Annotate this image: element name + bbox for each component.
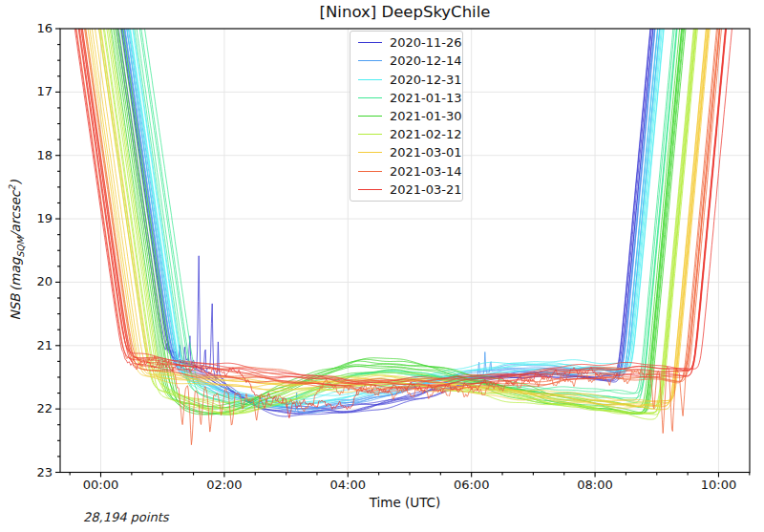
legend-item: 2020-12-31 bbox=[350, 71, 462, 89]
legend-line-swatch bbox=[358, 189, 382, 190]
legend-item-label: 2021-01-13 bbox=[390, 91, 462, 105]
legend-item-label: 2021-03-21 bbox=[390, 182, 462, 197]
y-axis-label-post: ) bbox=[8, 180, 23, 184]
x-tick-label: 06:00 bbox=[441, 478, 502, 492]
y-tick-label: 22 bbox=[22, 401, 53, 416]
x-tick-label: 02:00 bbox=[194, 478, 255, 492]
y-axis-label-mid: /arcsec bbox=[8, 191, 23, 237]
y-tick-label: 18 bbox=[22, 148, 53, 163]
legend-item-label: 2021-03-01 bbox=[390, 145, 462, 160]
legend-item: 2021-02-12 bbox=[350, 125, 462, 143]
x-tick-label: 04:00 bbox=[317, 478, 378, 492]
x-tick-label: 10:00 bbox=[688, 478, 749, 492]
legend-item-label: 2021-02-12 bbox=[390, 127, 462, 141]
y-tick-label: 23 bbox=[22, 465, 53, 480]
legend-item-label: 2020-11-26 bbox=[390, 35, 462, 50]
points-count-annotation: 28,194 points bbox=[83, 510, 169, 524]
legend-line-swatch bbox=[358, 79, 382, 80]
legend-item-label: 2020-12-14 bbox=[390, 53, 462, 68]
legend-item-label: 2021-01-30 bbox=[390, 109, 462, 123]
legend-line-swatch bbox=[358, 116, 382, 117]
legend-item: 2021-03-01 bbox=[350, 143, 462, 161]
y-tick-label: 19 bbox=[22, 211, 53, 226]
legend-item: 2020-11-26 bbox=[350, 33, 462, 52]
legend-item: 2020-12-14 bbox=[350, 52, 462, 70]
y-axis-label-sub: SQM bbox=[15, 237, 26, 258]
chart-figure: [Ninox] DeepSkyChile NSB (magSQM/arcsec2… bbox=[0, 0, 764, 532]
y-tick-label: 21 bbox=[22, 338, 53, 353]
x-tick-label: 00:00 bbox=[71, 478, 132, 492]
y-axis-label-text: NSB (mag bbox=[8, 258, 23, 321]
legend-item-label: 2021-03-14 bbox=[390, 164, 462, 179]
legend-item: 2021-01-30 bbox=[350, 107, 462, 125]
chart-title: [Ninox] DeepSkyChile bbox=[23, 3, 764, 21]
legend-item: 2021-03-14 bbox=[350, 162, 462, 181]
y-tick-label: 17 bbox=[22, 84, 53, 99]
legend-item: 2021-03-21 bbox=[350, 181, 462, 199]
legend-item-label: 2020-12-31 bbox=[390, 73, 462, 87]
y-tick-label: 20 bbox=[22, 274, 53, 289]
y-tick-label: 16 bbox=[22, 21, 53, 36]
legend-line-swatch bbox=[358, 171, 382, 172]
legend: 2020-11-262020-12-142020-12-312021-01-13… bbox=[350, 31, 463, 202]
legend-line-swatch bbox=[358, 97, 382, 98]
legend-line-swatch bbox=[358, 152, 382, 153]
y-axis-label: NSB (magSQM/arcsec2) bbox=[7, 180, 26, 320]
legend-line-swatch bbox=[358, 60, 382, 61]
legend-line-swatch bbox=[358, 42, 382, 43]
legend-line-swatch bbox=[358, 134, 382, 135]
x-axis-label: Time (UTC) bbox=[23, 495, 764, 510]
legend-item: 2021-01-13 bbox=[350, 89, 462, 107]
x-tick-label: 08:00 bbox=[564, 478, 626, 492]
y-axis-label-sup: 2 bbox=[7, 185, 17, 191]
